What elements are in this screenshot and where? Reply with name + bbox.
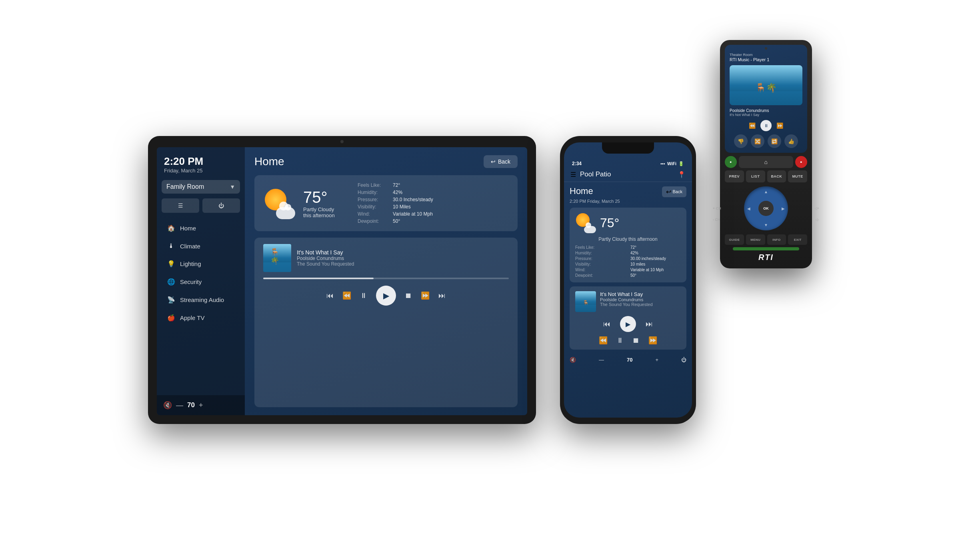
remote-green-bar bbox=[733, 247, 799, 250]
tablet-skip-to-end-button[interactable]: ⏭ bbox=[438, 292, 446, 300]
phone-menu-icon[interactable]: ☰ bbox=[570, 171, 576, 178]
remote-vol-minus-label: ◁- bbox=[815, 218, 819, 222]
weather-description: Partly Cloudy this afternoon bbox=[303, 206, 343, 218]
wifi-icon: WiFi bbox=[667, 161, 676, 166]
phone-datetime: 2:20 PM Friday, March 25 bbox=[570, 199, 686, 204]
tablet-back-button[interactable]: ↩ Back bbox=[484, 155, 518, 168]
remote-fast-forward-button[interactable]: ⏩ bbox=[776, 122, 783, 129]
phone-skip-to-start-button[interactable]: ⏮ bbox=[603, 320, 610, 328]
tablet-progress-bar[interactable] bbox=[263, 278, 509, 279]
phone-mute-icon[interactable]: 🔇 bbox=[570, 357, 576, 363]
phone-status-right: ▪▪▪ WiFi 🔋 bbox=[660, 161, 684, 166]
tablet-weather-card: 75° Partly Cloudy this afternoon Feels L… bbox=[254, 175, 518, 231]
phone-vol-down-button[interactable]: — bbox=[599, 357, 604, 363]
remote-list-button[interactable]: LIST bbox=[746, 170, 765, 182]
pressure-value: 30.0 Inches/steady bbox=[393, 197, 433, 202]
tablet-room-label: Family Room bbox=[166, 183, 204, 190]
tablet-room-selector[interactable]: Family Room ▼ bbox=[162, 180, 240, 194]
visibility-value: 10 Miles bbox=[393, 204, 433, 210]
remote-play-button[interactable]: ⏸ bbox=[760, 120, 772, 131]
tablet-time: 2:20 PM bbox=[164, 155, 238, 168]
remote-shuffle-button[interactable]: 🔀 bbox=[751, 134, 764, 148]
sidebar-item-security[interactable]: 🌐 Security bbox=[160, 273, 242, 291]
sidebar-item-appletv[interactable]: 🍎 Apple TV bbox=[160, 309, 242, 327]
remote-green-button[interactable]: ● bbox=[725, 156, 737, 168]
phone-back-button[interactable]: ↩ Back bbox=[662, 186, 686, 197]
remote-repeat-button[interactable]: 🔁 bbox=[768, 134, 781, 148]
tablet-power-button[interactable]: ⏻ bbox=[202, 198, 240, 213]
remote-dpad-up[interactable]: ▲ bbox=[764, 190, 768, 194]
sidebar-item-streaming[interactable]: 📡 Streaming Audio bbox=[160, 291, 242, 309]
remote-dpad-right[interactable]: ▶ bbox=[782, 206, 785, 211]
tablet-music-controls: ⏮ ⏪ ⏸ ▶ ⏹ ⏩ ⏭ bbox=[263, 286, 509, 306]
phone-stop-button[interactable]: ⏹ bbox=[632, 336, 640, 345]
remote-mute-button[interactable]: MUTE bbox=[788, 170, 807, 182]
tablet-device: 2:20 PM Friday, March 25 Family Room ▼ ☰… bbox=[148, 136, 536, 424]
remote-control-device: Theater Room RTI Music - Player 1 🪑🌴 Poo… bbox=[720, 40, 812, 268]
phone-screen: 2:34 ▪▪▪ WiFi 🔋 ☰ Pool Patio 📍 Home bbox=[564, 142, 692, 418]
phone-weather-top: 75° bbox=[575, 212, 681, 233]
tablet-vol-down-button[interactable]: — bbox=[176, 401, 183, 410]
phone-dewpoint-value: 50° bbox=[630, 273, 681, 278]
sidebar-item-appletv-label: Apple TV bbox=[180, 314, 204, 321]
remote-info-button[interactable]: INFO bbox=[767, 234, 786, 245]
remote-bottom-row: GUIDE MENU INFO EXIT bbox=[725, 234, 807, 245]
tablet-time-block: 2:20 PM Friday, March 25 bbox=[157, 155, 245, 180]
phone-device: 2:34 ▪▪▪ WiFi 🔋 ☰ Pool Patio 📍 Home bbox=[560, 136, 696, 424]
remote-dpad-container: + CH - CH ▲ ▼ ◀ ▶ OK ◁+ ◁- bbox=[725, 186, 807, 230]
sidebar-item-climate[interactable]: 🌡 Climate bbox=[160, 237, 242, 255]
tablet-rewind-button[interactable]: ⏪ bbox=[342, 291, 351, 300]
tablet-control-row: ☰ ⏻ bbox=[162, 198, 240, 213]
phone-location-icon[interactable]: 📍 bbox=[678, 171, 686, 178]
remote-exit-button[interactable]: EXIT bbox=[788, 234, 807, 245]
phone-controls-main: ⏮ ▶ ⏭ bbox=[575, 316, 681, 332]
sidebar-item-home[interactable]: 🏠 Home bbox=[160, 219, 242, 237]
remote-ok-button[interactable]: OK bbox=[758, 201, 774, 216]
phone-pause-button[interactable]: ⏸ bbox=[616, 336, 624, 345]
phone-play-button[interactable]: ▶ bbox=[620, 316, 636, 332]
remote-dpad-left[interactable]: ◀ bbox=[747, 206, 750, 211]
wind-label: Wind: bbox=[358, 211, 381, 217]
tablet-play-button[interactable]: ▶ bbox=[376, 286, 396, 306]
tablet-skip-to-start-button[interactable]: ⏮ bbox=[326, 292, 334, 300]
phone-section-title: Home bbox=[570, 186, 593, 196]
tablet-vol-up-button[interactable]: + bbox=[199, 401, 203, 410]
phone-power-button[interactable]: ⏻ bbox=[681, 357, 686, 363]
progress-bar-fill bbox=[263, 278, 374, 279]
remote-thumbs-down-button[interactable]: 👎 bbox=[734, 134, 748, 148]
remote-ch-minus-label: - CH bbox=[713, 218, 720, 222]
remote-rewind-button[interactable]: ⏪ bbox=[749, 122, 756, 129]
phone-fast-forward-button[interactable]: ⏩ bbox=[648, 336, 657, 345]
remote-prev-button[interactable]: PREV bbox=[725, 170, 744, 182]
phone-notch bbox=[602, 142, 654, 154]
phone-rewind-button[interactable]: ⏪ bbox=[599, 336, 608, 345]
remote-home-button[interactable]: ⌂ bbox=[739, 156, 793, 168]
remote-guide-button[interactable]: GUIDE bbox=[725, 234, 744, 245]
climate-icon: 🌡 bbox=[167, 242, 175, 250]
tablet-fast-forward-button[interactable]: ⏩ bbox=[421, 291, 430, 300]
tablet-stop-button[interactable]: ⏹ bbox=[405, 292, 412, 300]
remote-dpad: ▲ ▼ ◀ ▶ OK bbox=[744, 186, 788, 230]
tablet-mute-button[interactable]: 🔇 bbox=[163, 401, 172, 410]
phone-vol-up-button[interactable]: + bbox=[655, 357, 658, 363]
phone-music-text: It's Not What I Say Poolside Conundrums … bbox=[600, 291, 653, 312]
tablet-screen: 2:20 PM Friday, March 25 Family Room ▼ ☰… bbox=[157, 147, 527, 415]
home-icon: 🏠 bbox=[167, 224, 175, 232]
remote-menu-button[interactable]: MENU bbox=[746, 234, 765, 245]
remote-screen: Theater Room RTI Music - Player 1 🪑🌴 Poo… bbox=[725, 45, 807, 153]
tablet-pause-button[interactable]: ⏸ bbox=[360, 292, 367, 300]
remote-thumbs-up-button[interactable]: 👍 bbox=[784, 134, 798, 148]
phone-cloud-shape bbox=[584, 226, 596, 233]
phone-weather-desc: Partly Cloudy this afternoon bbox=[575, 236, 681, 242]
phone-music-card: 🪑 It's Not What I Say Poolside Conundrum… bbox=[570, 286, 686, 350]
remote-red-button[interactable]: ● bbox=[795, 156, 807, 168]
phone-pressure-value: 30.00 inches/steady bbox=[630, 256, 681, 261]
remote-album-art: 🪑🌴 bbox=[730, 65, 802, 105]
remote-back-button[interactable]: BACK bbox=[767, 170, 786, 182]
cloud-shape bbox=[276, 207, 295, 219]
phone-skip-to-end-button[interactable]: ⏭ bbox=[646, 320, 653, 328]
tablet-menu-button[interactable]: ☰ bbox=[162, 198, 199, 213]
tablet-header: Home ↩ Back bbox=[254, 155, 518, 168]
remote-dpad-down[interactable]: ▼ bbox=[764, 223, 768, 227]
sidebar-item-lighting[interactable]: 💡 Lighting bbox=[160, 255, 242, 273]
